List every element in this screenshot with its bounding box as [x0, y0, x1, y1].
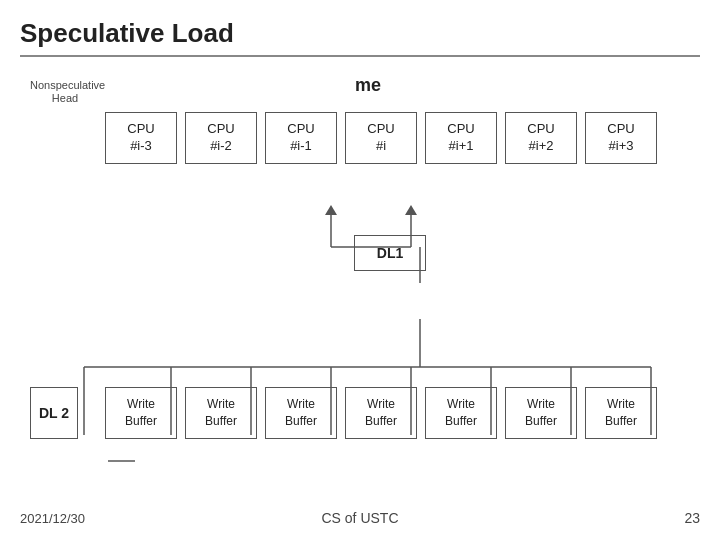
page-title: Speculative Load — [0, 0, 720, 55]
cpu-box-im1: CPU#i-1 — [265, 112, 337, 164]
cpu-box-im3: CPU#i-3 — [105, 112, 177, 164]
wb-row: WriteBuffer WriteBuffer WriteBuffer Writ… — [105, 387, 657, 439]
footer-page-number: 23 — [684, 510, 700, 526]
wb-box-5: WriteBuffer — [425, 387, 497, 439]
cpu-box-ip2: CPU#i+2 — [505, 112, 577, 164]
main-content: NonspeculativeHead me CPU#i-3 CPU#i-2 CP… — [0, 57, 720, 77]
cpu-box-ip3: CPU#i+3 — [585, 112, 657, 164]
wb-box-2: WriteBuffer — [185, 387, 257, 439]
label-me: me — [355, 75, 381, 96]
cpu-box-ip1: CPU#i+1 — [425, 112, 497, 164]
footer-date: 2021/12/30 — [20, 511, 85, 526]
svg-marker-5 — [405, 205, 417, 215]
wb-box-3: WriteBuffer — [265, 387, 337, 439]
svg-marker-3 — [325, 205, 337, 215]
cpu-box-im2: CPU#i-2 — [185, 112, 257, 164]
cpu-box-i: CPU#i — [345, 112, 417, 164]
wb-box-6: WriteBuffer — [505, 387, 577, 439]
dl2-box: DL 2 — [30, 387, 78, 439]
footer-center: CS of USTC — [321, 510, 398, 526]
label-nonspeculative: NonspeculativeHead — [30, 79, 100, 105]
dl1-box: DL1 — [354, 235, 426, 271]
wb-box-7: WriteBuffer — [585, 387, 657, 439]
wb-box-1: WriteBuffer — [105, 387, 177, 439]
cpu-row: CPU#i-3 CPU#i-2 CPU#i-1 CPU#i CPU#i+1 CP… — [105, 112, 657, 164]
wb-box-4: WriteBuffer — [345, 387, 417, 439]
